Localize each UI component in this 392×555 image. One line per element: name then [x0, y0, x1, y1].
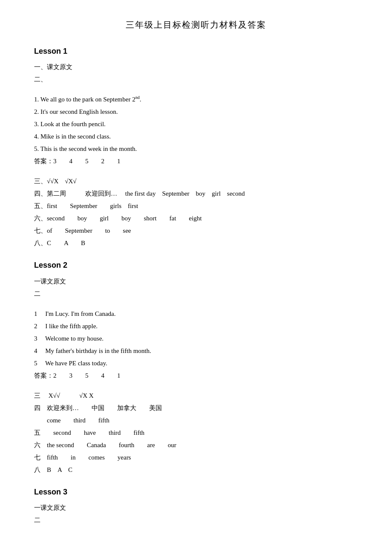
section-l2-s2: 1 I'm Lucy. I'm from Canada.2 I like the…: [34, 308, 358, 382]
text-line: 五 second have third fifth: [34, 427, 358, 439]
text-line: 七 fifth in comes years: [34, 452, 358, 463]
text-line: 二、: [34, 74, 358, 85]
section-l2-s3: 三 X√√ √X X四 欢迎来到… 中国 加拿大 美国 come third f…: [34, 390, 358, 476]
text-line: 一课文原文: [34, 502, 358, 514]
text-line: 三、√√X √X√: [34, 176, 358, 187]
text-line: come third fifth: [34, 415, 358, 426]
text-line: 4. Mike is in the second class.: [34, 131, 358, 142]
lesson3-heading: Lesson 3: [34, 485, 358, 499]
text-line: 八、C A B: [34, 237, 358, 249]
text-line: 2 I like the fifth apple.: [34, 321, 358, 332]
text-line: 一、课文原文: [34, 61, 358, 73]
section-l1-s1: 一、课文原文二、: [34, 61, 358, 85]
text-line: 二: [34, 515, 358, 526]
text-line: 答案：2 3 5 4 1: [34, 370, 358, 382]
text-line: 八 B A C: [34, 464, 358, 476]
page-title: 三年级上目标检测听力材料及答案: [34, 17, 358, 32]
section-l3-s1: 一课文原文二: [34, 502, 358, 526]
text-line: 5. This is the second week in the month.: [34, 143, 358, 155]
text-line: 3 Welcome to my house.: [34, 333, 358, 344]
lesson-lesson2: Lesson 2一课文原文二1 I'm Lucy. I'm from Canad…: [34, 258, 358, 475]
text-line: 4 My father's birthday is in the fifth m…: [34, 345, 358, 357]
text-line: 1 I'm Lucy. I'm from Canada.: [34, 308, 358, 320]
lesson1-heading: Lesson 1: [34, 44, 358, 58]
text-line: 三 X√√ √X X: [34, 390, 358, 402]
lesson-lesson1: Lesson 1一、课文原文二、1. We all go to the park…: [34, 44, 358, 249]
text-line: 五、first September girls first: [34, 200, 358, 212]
text-line: 一课文原文: [34, 276, 358, 287]
text-line: 答案：3 4 5 2 1: [34, 156, 358, 167]
text-line: 六、second boy girl boy short fat eight: [34, 213, 358, 224]
text-line: 1. We all go to the park on September 2n…: [34, 94, 358, 105]
text-line: 3. Look at the fourth pencil.: [34, 119, 358, 130]
section-l2-s1: 一课文原文二: [34, 276, 358, 300]
text-line: 5 We have PE class today.: [34, 358, 358, 369]
lesson-lesson3: Lesson 3一课文原文二: [34, 485, 358, 526]
text-line: 四、第二周 欢迎回到… the first day September boy …: [34, 188, 358, 199]
text-line: 二: [34, 288, 358, 300]
text-line: 2. It's our second English lesson.: [34, 106, 358, 118]
section-l1-s2: 1. We all go to the park on September 2n…: [34, 94, 358, 167]
lesson2-heading: Lesson 2: [34, 258, 358, 272]
text-line: 七、of September to see: [34, 225, 358, 237]
text-line: 六 the second Canada fourth are our: [34, 439, 358, 451]
section-l1-s3: 三、√√X √X√四、第二周 欢迎回到… the first day Septe…: [34, 176, 358, 249]
text-line: 四 欢迎来到… 中国 加拿大 美国: [34, 402, 358, 414]
